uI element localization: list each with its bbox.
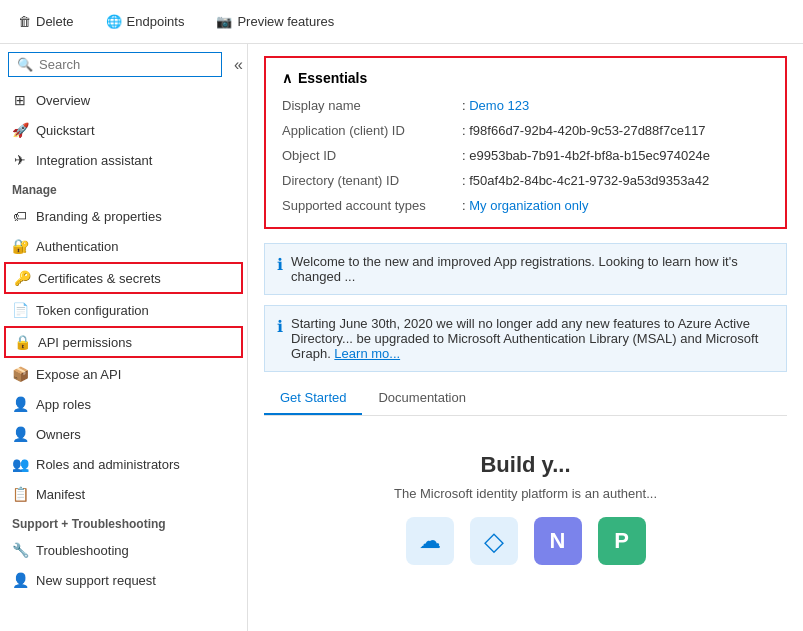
roles-admin-icon: 👥 [12, 456, 28, 472]
owners-icon: 👤 [12, 426, 28, 442]
delete-label: Delete [36, 14, 74, 29]
field-value-display-name: Demo 123 [462, 96, 769, 115]
search-input[interactable] [39, 57, 213, 72]
sidebar-item-label: Quickstart [36, 123, 95, 138]
app-icon-planner: P [598, 517, 646, 565]
info-icon-1: ℹ [277, 255, 283, 274]
info-banner-2: ℹ Starting June 30th, 2020 we will no lo… [264, 305, 787, 372]
sidebar-item-label: API permissions [38, 335, 132, 350]
manage-section-title: Manage [0, 175, 247, 201]
sidebar-item-certificates[interactable]: 🔑 Certificates & secrets [4, 262, 243, 294]
field-label-object-id: Object ID [282, 146, 462, 165]
build-title: Build y... [264, 452, 787, 478]
sidebar-item-quickstart[interactable]: 🚀 Quickstart [0, 115, 247, 145]
field-value-tenant-id: f50af4b2-84bc-4c21-9732-9a53d9353a42 [462, 171, 769, 190]
field-value-account-types: My organization only [462, 196, 769, 215]
field-label-display-name: Display name [282, 96, 462, 115]
tabs: Get Started Documentation [264, 382, 787, 416]
sidebar-item-label: New support request [36, 573, 156, 588]
app-icon-diamond: ◇ [470, 517, 518, 565]
endpoints-label: Endpoints [127, 14, 185, 29]
app-icon-cloud: ☁ [406, 517, 454, 565]
toolbar: 🗑 Delete 🌐 Endpoints 📷 Preview features [0, 0, 803, 44]
sidebar-item-label: Certificates & secrets [38, 271, 161, 286]
tab-get-started[interactable]: Get Started [264, 382, 362, 415]
sidebar-item-label: Integration assistant [36, 153, 152, 168]
info-banner-1: ℹ Welcome to the new and improved App re… [264, 243, 787, 295]
authentication-icon: 🔐 [12, 238, 28, 254]
preview-features-label: Preview features [237, 14, 334, 29]
sidebar-item-branding[interactable]: 🏷 Branding & properties [0, 201, 247, 231]
essentials-grid: Display name Demo 123 Application (clien… [282, 96, 769, 215]
delete-button[interactable]: 🗑 Delete [12, 10, 80, 33]
integration-assistant-icon: ✈ [12, 152, 28, 168]
preview-features-button[interactable]: 📷 Preview features [210, 10, 340, 33]
sidebar-item-overview[interactable]: ⊞ Overview [0, 85, 247, 115]
essentials-title: Essentials [298, 70, 367, 86]
sidebar-item-label: Owners [36, 427, 81, 442]
field-label-client-id: Application (client) ID [282, 121, 462, 140]
sidebar-item-label: Roles and administrators [36, 457, 180, 472]
certificates-icon: 🔑 [14, 270, 30, 286]
sidebar-item-integration-assistant[interactable]: ✈ Integration assistant [0, 145, 247, 175]
api-permissions-icon: 🔒 [14, 334, 30, 350]
search-icon: 🔍 [17, 57, 33, 72]
sidebar-item-manifest[interactable]: 📋 Manifest [0, 479, 247, 509]
account-types-link[interactable]: My organization only [469, 198, 588, 213]
sidebar-item-app-roles[interactable]: 👤 App roles [0, 389, 247, 419]
tab-documentation[interactable]: Documentation [362, 382, 481, 415]
endpoints-button[interactable]: 🌐 Endpoints [100, 10, 191, 33]
info-icon-2: ℹ [277, 317, 283, 336]
sidebar-item-api-permissions[interactable]: 🔒 API permissions [4, 326, 243, 358]
sidebar-item-new-support[interactable]: 👤 New support request [0, 565, 247, 595]
sidebar-item-label: Token configuration [36, 303, 149, 318]
info-banner-text-2: Starting June 30th, 2020 we will no long… [291, 316, 774, 361]
sidebar-item-label: Manifest [36, 487, 85, 502]
expose-api-icon: 📦 [12, 366, 28, 382]
content-area: ∧ Essentials Display name Demo 123 Appli… [248, 44, 803, 631]
sidebar-item-troubleshooting[interactable]: 🔧 Troubleshooting [0, 535, 247, 565]
collapse-button[interactable]: « [230, 56, 247, 74]
sidebar-item-label: Overview [36, 93, 90, 108]
sidebar-item-token-config[interactable]: 📄 Token configuration [0, 295, 247, 325]
sidebar-item-authentication[interactable]: 🔐 Authentication [0, 231, 247, 261]
token-config-icon: 📄 [12, 302, 28, 318]
new-support-icon: 👤 [12, 572, 28, 588]
essentials-header[interactable]: ∧ Essentials [282, 70, 769, 86]
sidebar-item-label: Troubleshooting [36, 543, 129, 558]
overview-icon: ⊞ [12, 92, 28, 108]
quickstart-icon: 🚀 [12, 122, 28, 138]
sidebar-item-label: Expose an API [36, 367, 121, 382]
app-roles-icon: 👤 [12, 396, 28, 412]
delete-icon: 🗑 [18, 14, 31, 29]
field-label-tenant-id: Directory (tenant) ID [282, 171, 462, 190]
collapse-essentials-icon: ∧ [282, 70, 292, 86]
app-icon-teams: N [534, 517, 582, 565]
branding-icon: 🏷 [12, 208, 28, 224]
manifest-icon: 📋 [12, 486, 28, 502]
troubleshooting-icon: 🔧 [12, 542, 28, 558]
field-value-client-id: f98f66d7-92b4-420b-9c53-27d88f7ce117 [462, 121, 769, 140]
app-icons-row: ☁ ◇ N P [264, 517, 787, 565]
learn-more-link[interactable]: Learn mo... [334, 346, 400, 361]
endpoints-icon: 🌐 [106, 14, 122, 29]
essentials-card: ∧ Essentials Display name Demo 123 Appli… [264, 56, 787, 229]
sidebar-item-label: App roles [36, 397, 91, 412]
info-banner-text-1: Welcome to the new and improved App regi… [291, 254, 774, 284]
build-section: Build y... The Microsoft identity platfo… [264, 432, 787, 575]
sidebar: 🔍 « ⊞ Overview 🚀 Quickstart ✈ Integratio… [0, 44, 248, 631]
sidebar-item-owners[interactable]: 👤 Owners [0, 419, 247, 449]
sidebar-item-label: Branding & properties [36, 209, 162, 224]
sidebar-item-roles-admin[interactable]: 👥 Roles and administrators [0, 449, 247, 479]
sidebar-item-expose-api[interactable]: 📦 Expose an API [0, 359, 247, 389]
preview-features-icon: 📷 [216, 14, 232, 29]
support-section-title: Support + Troubleshooting [0, 509, 247, 535]
field-value-object-id: e9953bab-7b91-4b2f-bf8a-b15ec974024e [462, 146, 769, 165]
build-subtitle: The Microsoft identity platform is an au… [264, 486, 787, 501]
display-name-link[interactable]: Demo 123 [469, 98, 529, 113]
field-label-account-types: Supported account types [282, 196, 462, 215]
sidebar-item-label: Authentication [36, 239, 118, 254]
